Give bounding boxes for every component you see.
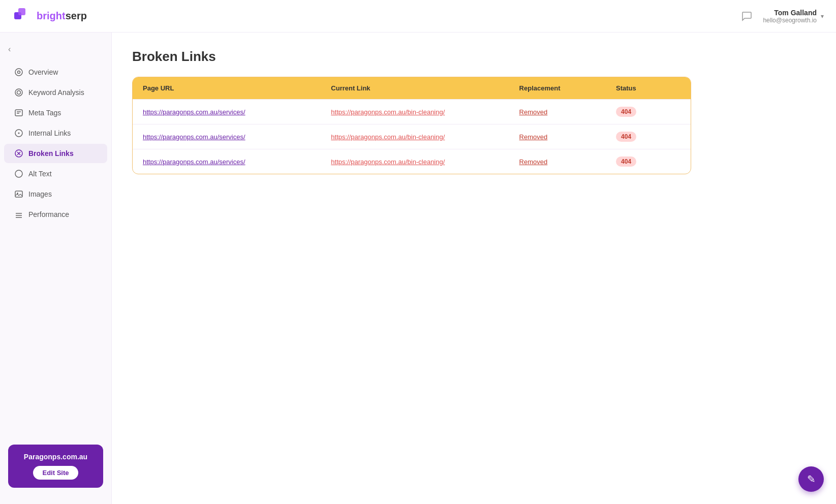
replacement-cell-2[interactable]: Removed — [519, 133, 616, 141]
keyword-analysis-icon — [14, 88, 23, 97]
layout: ‹ Overview Keyword Analysis Meta Tags In… — [0, 33, 836, 504]
col-header-current-link: Current Link — [331, 84, 519, 92]
status-badge-2: 404 — [616, 132, 636, 142]
page-url-cell-1[interactable]: https://paragonps.com.au/services/ — [143, 108, 331, 116]
images-icon — [14, 190, 23, 199]
sidebar-item-broken-links[interactable]: Broken Links — [4, 144, 107, 163]
fab-button[interactable]: ✎ — [798, 466, 824, 492]
overview-icon — [14, 68, 23, 77]
fab-icon: ✎ — [807, 473, 816, 485]
col-header-status: Status — [616, 84, 680, 92]
svg-point-14 — [15, 170, 22, 177]
svg-point-16 — [17, 193, 18, 194]
sidebar-item-broken-links-label: Broken Links — [28, 149, 74, 158]
meta-tags-icon — [14, 108, 23, 117]
status-cell-1: 404 — [616, 107, 680, 117]
sidebar-item-meta-tags[interactable]: Meta Tags — [4, 103, 107, 122]
svg-rect-1 — [18, 8, 25, 15]
replacement-cell-1[interactable]: Removed — [519, 108, 616, 116]
sidebar-item-images[interactable]: Images — [4, 184, 107, 204]
status-cell-2: 404 — [616, 132, 680, 142]
logo-text: brightserp — [37, 10, 87, 22]
svg-point-3 — [18, 71, 20, 74]
col-header-page-url: Page URL — [143, 84, 331, 92]
svg-point-4 — [15, 89, 22, 96]
status-cell-3: 404 — [616, 156, 680, 167]
sidebar-bottom: Paragonps.com.au Edit Site — [0, 436, 111, 496]
header-right: Tom Galland hello@seogrowth.io ▾ — [738, 8, 824, 24]
user-menu[interactable]: Tom Galland hello@seogrowth.io ▾ — [763, 9, 824, 24]
page-title: Broken Links — [132, 49, 816, 65]
chat-icon[interactable] — [738, 8, 755, 24]
internal-links-icon — [14, 129, 23, 138]
sidebar-item-internal-links-label: Internal Links — [28, 129, 71, 137]
logo-icon — [12, 6, 33, 26]
page-url-cell-2[interactable]: https://paragonps.com.au/services/ — [143, 133, 331, 141]
table-row: https://paragonps.com.au/services/ https… — [133, 149, 691, 174]
performance-icon — [14, 210, 23, 219]
current-link-cell-1[interactable]: https://paragonps.com.au/bin-cleaning/ — [331, 108, 519, 116]
chevron-down-icon: ▾ — [821, 13, 824, 20]
alt-text-icon — [14, 169, 23, 178]
svg-rect-15 — [15, 191, 22, 197]
sidebar-item-overview[interactable]: Overview — [4, 62, 107, 82]
table-row: https://paragonps.com.au/services/ https… — [133, 124, 691, 149]
svg-point-5 — [17, 91, 21, 94]
edit-site-button[interactable]: Edit Site — [33, 466, 78, 480]
sidebar-item-keyword-analysis[interactable]: Keyword Analysis — [4, 83, 107, 102]
status-badge-3: 404 — [616, 156, 636, 167]
sidebar-item-performance[interactable]: Performance — [4, 205, 107, 224]
replacement-cell-3[interactable]: Removed — [519, 158, 616, 166]
broken-links-icon — [14, 149, 23, 158]
current-link-cell-2[interactable]: https://paragonps.com.au/bin-cleaning/ — [331, 133, 519, 141]
current-link-cell-3[interactable]: https://paragonps.com.au/bin-cleaning/ — [331, 158, 519, 166]
sidebar-item-alt-text-label: Alt Text — [28, 170, 52, 178]
sidebar-item-keyword-analysis-label: Keyword Analysis — [28, 88, 84, 97]
user-name: Tom Galland — [763, 9, 817, 17]
table-header: Page URL Current Link Replacement Status — [133, 77, 691, 99]
status-badge-1: 404 — [616, 107, 636, 117]
site-card: Paragonps.com.au Edit Site — [8, 445, 103, 488]
broken-links-table: Page URL Current Link Replacement Status… — [132, 77, 691, 174]
sidebar-item-overview-label: Overview — [28, 68, 58, 76]
svg-point-2 — [15, 69, 22, 76]
sidebar-item-images-label: Images — [28, 190, 52, 198]
table-row: https://paragonps.com.au/services/ https… — [133, 99, 691, 124]
sidebar-item-internal-links[interactable]: Internal Links — [4, 123, 107, 143]
user-email: hello@seogrowth.io — [763, 17, 817, 24]
page-url-cell-3[interactable]: https://paragonps.com.au/services/ — [143, 158, 331, 166]
header: brightserp Tom Galland hello@seogrowth.i… — [0, 0, 836, 33]
sidebar-item-performance-label: Performance — [28, 210, 69, 218]
sidebar-item-meta-tags-label: Meta Tags — [28, 109, 61, 117]
col-header-replacement: Replacement — [519, 84, 616, 92]
sidebar: ‹ Overview Keyword Analysis Meta Tags In… — [0, 33, 112, 504]
sidebar-item-alt-text[interactable]: Alt Text — [4, 164, 107, 183]
svg-rect-6 — [15, 110, 22, 116]
svg-point-10 — [18, 133, 20, 134]
site-card-name: Paragonps.com.au — [16, 453, 95, 461]
main-content: Broken Links Page URL Current Link Repla… — [112, 33, 836, 504]
logo-area: brightserp — [12, 6, 87, 26]
sidebar-collapse-button[interactable]: ‹ — [0, 41, 111, 58]
